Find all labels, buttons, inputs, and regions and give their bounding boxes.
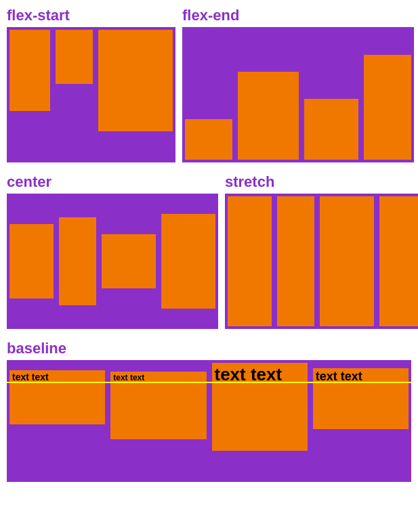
stretch-section: stretch: [225, 173, 418, 333]
center-section: center: [7, 173, 218, 333]
baseline-item-1: text text: [9, 370, 105, 424]
center-box-3: [102, 234, 156, 288]
flex-end-container: [182, 27, 414, 162]
stretch-box-2: [277, 196, 314, 326]
flex-end-box-1: [185, 119, 232, 160]
stretch-box-3: [320, 196, 374, 326]
flex-end-box-2: [238, 72, 299, 160]
flex-end-section: flex-end: [182, 7, 414, 167]
flex-end-label: flex-end: [182, 7, 414, 24]
flex-start-box-2: [56, 30, 93, 84]
stretch-label: stretch: [225, 173, 418, 191]
center-container: [7, 194, 218, 329]
baseline-text-2: text text: [113, 373, 203, 382]
flex-start-container: [7, 27, 175, 162]
flex-start-label: flex-start: [7, 7, 175, 24]
flex-start-box-1: [9, 30, 50, 111]
flex-end-box-3: [304, 99, 358, 160]
baseline-label: baseline: [7, 340, 411, 357]
flex-start-box-3: [98, 30, 173, 131]
baseline-section: baseline text text text text text text t…: [7, 340, 411, 482]
stretch-box-1: [228, 196, 272, 326]
baseline-line: [7, 382, 411, 383]
baseline-item-3: text text: [212, 363, 308, 451]
center-box-1: [9, 224, 54, 298]
stretch-container: [225, 194, 418, 329]
baseline-item-4: text text: [313, 368, 409, 429]
center-box-2: [59, 217, 96, 305]
flex-start-section: flex-start: [7, 7, 175, 167]
baseline-text-1: text text: [12, 372, 102, 382]
baseline-container: text text text text text text text text: [7, 360, 411, 482]
flex-end-box-4: [364, 55, 411, 160]
stretch-box-4: [379, 196, 418, 326]
center-box-4: [161, 214, 215, 309]
baseline-wrapper: text text text text text text text text: [7, 360, 411, 482]
center-label: center: [7, 173, 218, 191]
